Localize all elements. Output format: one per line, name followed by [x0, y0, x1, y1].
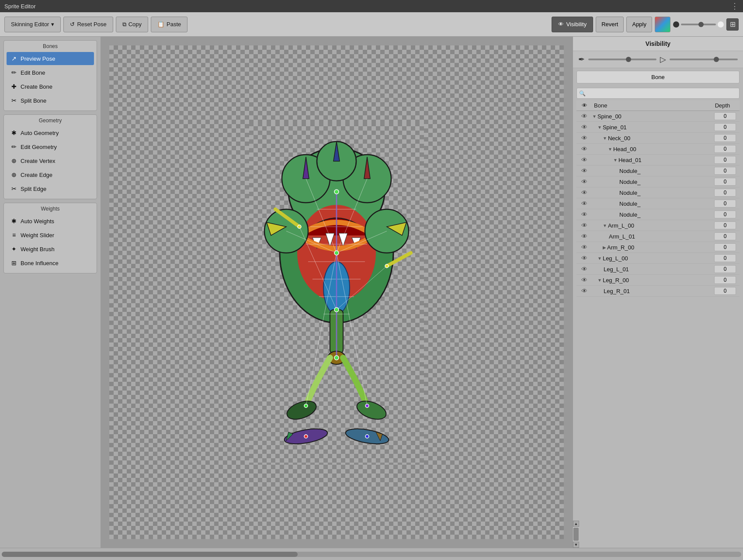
visibility-toggle[interactable]: 👁 — [576, 222, 592, 229]
tree-arrow[interactable]: ▼ — [597, 125, 602, 130]
depth-input[interactable] — [714, 254, 736, 262]
arrow-slider-thumb[interactable] — [714, 57, 719, 62]
horizontal-scrollbar[interactable] — [2, 552, 741, 557]
sidebar-item-split-edge[interactable]: ✂ Split Edge — [7, 182, 94, 195]
eye-icon[interactable]: 👁 — [581, 222, 587, 229]
eye-icon[interactable]: 👁 — [581, 113, 587, 120]
visibility-button[interactable]: 👁 Visibility — [552, 17, 593, 32]
sidebar-item-auto-geometry[interactable]: ✱ Auto Geometry — [7, 126, 94, 139]
skinning-editor-dropdown[interactable]: Skinning Editor ▾ — [4, 17, 61, 32]
bone-dropdown[interactable]: Bone — [576, 71, 740, 83]
expand-button[interactable]: ⊞ — [726, 18, 739, 31]
sidebar-item-weight-brush[interactable]: ✦ Weight Brush — [7, 242, 94, 256]
depth-input[interactable] — [714, 265, 736, 273]
sidebar-item-create-bone[interactable]: ✚ Create Bone — [7, 80, 94, 93]
depth-input[interactable] — [714, 178, 736, 186]
copy-button[interactable]: ⧉ Copy — [116, 17, 148, 32]
table-row[interactable]: 👁 Nodule_ — [576, 176, 740, 187]
eye-icon[interactable]: 👁 — [581, 233, 587, 240]
visibility-toggle[interactable]: 👁 — [576, 156, 592, 163]
depth-input[interactable] — [714, 232, 736, 240]
sidebar-item-weight-slider[interactable]: ≡ Weight Slider — [7, 228, 94, 242]
eye-icon[interactable]: 👁 — [581, 167, 587, 174]
eye-icon[interactable]: 👁 — [581, 287, 587, 294]
sidebar-item-bone-influence[interactable]: ⊞ Bone Influence — [7, 256, 94, 270]
eye-icon[interactable]: 👁 — [581, 200, 587, 207]
visibility-toggle[interactable]: 👁 — [576, 189, 592, 196]
table-row[interactable]: 👁 ▼ Leg_L_00 — [576, 253, 740, 264]
scroll-up-arrow[interactable]: ▲ — [573, 521, 579, 527]
table-row[interactable]: 👁 ▼ Arm_L_00 — [576, 220, 740, 231]
visibility-toggle[interactable]: 👁 — [576, 233, 592, 240]
sidebar-item-create-vertex[interactable]: ⊕ Create Vertex — [7, 154, 94, 167]
table-row[interactable]: 👁 Leg_R_01 — [576, 286, 740, 297]
depth-input[interactable] — [714, 243, 736, 251]
visibility-toggle[interactable]: 👁 — [576, 113, 592, 120]
tree-arrow[interactable]: ▼ — [592, 114, 597, 119]
visibility-toggle[interactable]: 👁 — [576, 277, 592, 283]
eye-icon[interactable]: 👁 — [581, 189, 587, 196]
tree-arrow[interactable]: ▼ — [603, 136, 607, 141]
arrow-slider[interactable] — [670, 59, 738, 60]
depth-input[interactable] — [714, 211, 736, 218]
eye-icon[interactable]: 👁 — [581, 266, 587, 273]
depth-input[interactable] — [714, 189, 736, 197]
canvas-area[interactable] — [101, 37, 573, 548]
visibility-toggle[interactable]: 👁 — [576, 135, 592, 142]
color-picker-button[interactable] — [655, 17, 670, 32]
tree-arrow[interactable]: ▼ — [608, 147, 612, 152]
right-scrollbar[interactable]: ▲ ▼ — [573, 521, 579, 548]
table-row[interactable]: 👁 Leg_L_01 — [576, 264, 740, 275]
tree-arrow[interactable]: ▼ — [597, 278, 602, 283]
tree-arrow[interactable]: ▶ — [603, 245, 606, 250]
visibility-toggle[interactable]: 👁 — [576, 211, 592, 218]
visibility-toggle[interactable]: 👁 — [576, 287, 592, 294]
table-row[interactable]: 👁 ▼ Head_00 — [576, 144, 740, 155]
reset-pose-button[interactable]: ↺ Reset Pose — [63, 17, 113, 32]
tree-arrow[interactable]: ▼ — [603, 223, 607, 228]
visibility-toggle[interactable]: 👁 — [576, 255, 592, 262]
sidebar-item-create-edge[interactable]: ⊕ Create Edge — [7, 168, 94, 181]
eye-icon[interactable]: 👁 — [581, 124, 587, 131]
depth-input[interactable] — [714, 123, 736, 131]
eye-icon[interactable]: 👁 — [581, 135, 587, 142]
depth-input[interactable] — [714, 200, 736, 207]
slider-track[interactable] — [681, 24, 716, 25]
table-row[interactable]: 👁 ▼ Spine_00 — [576, 111, 740, 122]
depth-input[interactable] — [714, 287, 736, 295]
scroll-down-arrow[interactable]: ▼ — [573, 542, 579, 548]
depth-input[interactable] — [714, 134, 736, 142]
opacity-slider[interactable] — [673, 21, 724, 28]
slider-thumb[interactable] — [698, 22, 704, 27]
eye-icon[interactable]: 👁 — [581, 178, 587, 185]
visibility-toggle[interactable]: 👁 — [576, 200, 592, 207]
apply-button[interactable]: Apply — [626, 17, 652, 32]
eye-icon[interactable]: 👁 — [581, 156, 587, 163]
depth-input[interactable] — [714, 145, 736, 153]
table-row[interactable]: 👁 ▼ Head_01 — [576, 155, 740, 166]
visibility-toggle[interactable]: 👁 — [576, 167, 592, 174]
eye-icon[interactable]: 👁 — [581, 145, 587, 152]
table-row[interactable]: 👁 ▶ Arm_R_00 — [576, 242, 740, 253]
table-row[interactable]: 👁 ▼ Spine_01 — [576, 122, 740, 133]
visibility-toggle[interactable]: 👁 — [576, 178, 592, 185]
depth-input[interactable] — [714, 276, 736, 284]
brush-slider-thumb[interactable] — [626, 57, 631, 62]
scroll-thumb[interactable] — [573, 528, 579, 541]
visibility-toggle[interactable]: 👁 — [576, 244, 592, 251]
visibility-toggle[interactable]: 👁 — [576, 266, 592, 273]
revert-button[interactable]: Revert — [596, 17, 624, 32]
menu-dots[interactable]: ⋮ — [731, 1, 739, 11]
depth-input[interactable] — [714, 221, 736, 229]
eye-icon[interactable]: 👁 — [581, 244, 587, 251]
sidebar-item-split-bone[interactable]: ✂ Split Bone — [7, 94, 94, 107]
table-row[interactable]: 👁 Nodule_ — [576, 209, 740, 220]
depth-input[interactable] — [714, 156, 736, 164]
eye-icon[interactable]: 👁 — [581, 211, 587, 218]
sidebar-item-edit-bone[interactable]: ✏ Edit Bone — [7, 66, 94, 79]
sidebar-item-edit-geometry[interactable]: ✏ Edit Geometry — [7, 140, 94, 153]
sidebar-item-preview-pose[interactable]: ↗ Preview Pose — [7, 52, 94, 65]
table-row[interactable]: 👁 Nodule_ — [576, 198, 740, 209]
visibility-toggle[interactable]: 👁 — [576, 145, 592, 152]
table-row[interactable]: 👁 Nodule_ — [576, 166, 740, 176]
